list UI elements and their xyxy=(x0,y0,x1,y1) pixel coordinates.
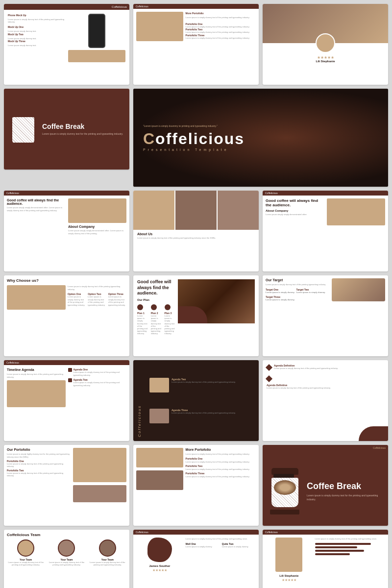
timeline-item-1: Agenda One Lorem ipsum is simply dummy t… xyxy=(68,368,127,376)
mock-item-2: Mock Up Two xyxy=(8,33,65,36)
brand-label: Coffelicious xyxy=(265,531,278,534)
bar-1 xyxy=(315,543,371,545)
slide-about-us: About Us Lorem ipsum is simply dummy tex… xyxy=(133,191,259,271)
slide-left: Phone Mock Up Lorem ipsum is simply dumm… xyxy=(8,14,65,64)
bar-3 xyxy=(315,550,364,552)
slide-left: Our Portofolio Lorem ipsum is simply hig… xyxy=(7,448,71,502)
coffee-break-inner: Coffee Break Lorem ipsum is simply dummy… xyxy=(4,89,129,170)
why-option-2: Option Two Lorem ipsum is simply dummy t… xyxy=(88,293,106,306)
team-desc-1: Lorem ipsum is simply dummy text of the … xyxy=(7,561,45,566)
about-image-3 xyxy=(218,191,259,230)
plan-circle-2 xyxy=(151,304,157,310)
slide-our-target: Our Target Lorem ipsum is simply dummy t… xyxy=(263,275,388,356)
wave-decor xyxy=(178,306,207,323)
coffee-break2-desc: Lorem ipsum is simply dummy text for the… xyxy=(307,494,383,501)
reviewer-avatar xyxy=(316,33,335,53)
dark-brand: Coffelicious xyxy=(133,360,146,441)
portfolio-small-image xyxy=(73,485,126,502)
team-avatar-2 xyxy=(58,539,75,557)
slide-left: Timeline Agenda Lorem ipsum is simply du… xyxy=(7,368,66,407)
slide-testimonial-james: Coffelicious James Souther ★★★★★ Lorem i… xyxy=(133,530,259,588)
brand-label: Coffelicious xyxy=(265,192,278,195)
target-title: Our Target xyxy=(266,278,329,282)
team-desc-2: Lorem ipsum is simply dummy text of the … xyxy=(48,561,85,566)
test-right2: Lorem ipsum is simply dummy text of the … xyxy=(315,538,385,582)
slide-left: Good coffee will always find the audienc… xyxy=(266,198,324,227)
plan-desc-2: Lorem ipsum is simply dummy text of the … xyxy=(151,315,162,335)
port-desc: Lorem ipsum is simply dummy text of the … xyxy=(186,16,256,19)
slide-right xyxy=(68,14,125,64)
slides-grid: Coffelicious Phone Mock Up Lorem ipsum i… xyxy=(0,0,392,588)
slide-timeline: Coffelicious Timeline Agenda Lorem ipsum… xyxy=(4,360,129,441)
test-image xyxy=(275,538,302,572)
coffee-break-brand: Coffelicious xyxy=(263,445,388,451)
coffee-break-desc: Lorem ipsum is simply dummy text for the… xyxy=(42,132,123,136)
moreport-item-3: Portofolio Three xyxy=(186,472,256,475)
coffee-cup xyxy=(9,110,38,149)
plan-item-3: Plan 3 Lorem ipsum is simply dummy text … xyxy=(165,304,176,335)
why-options: Option One Lorem ipsum is simply dummy t… xyxy=(68,293,126,306)
plan-items: Plan 1 Lorem ipsum is simply dummy text … xyxy=(137,304,175,335)
slide-phone-mockup: Coffelicious Phone Mock Up Lorem ipsum i… xyxy=(4,4,129,85)
about-image-2 xyxy=(175,191,217,230)
agenda-item-1: Agenda Definitive Lorem ipsum is simply … xyxy=(267,364,384,370)
gc2-title: Good coffee will always find the audienc… xyxy=(137,279,175,296)
test-stars-2: ★★★★★ xyxy=(282,578,296,582)
dark-img-2 xyxy=(149,409,169,423)
slide-content: More Portofolio Lorem ipsum is simply du… xyxy=(133,9,259,44)
slide-our-portfolio: Our Portofolio Lorem ipsum is simply hig… xyxy=(4,445,129,526)
about-us-bottom: About Us Lorem ipsum is simply dummy tex… xyxy=(133,230,259,242)
target-item-3: Target Three Lorem ipsum is simply dummy… xyxy=(266,295,295,301)
slide-more-portfolio-top: Coffelicious More Portofolio Lorem ipsum… xyxy=(133,4,259,85)
port-item-3-desc: Lorem ipsum is simply dummy text of the … xyxy=(186,37,256,40)
dark-item-row-1: Agenda Two Lorem ipsum is simply dummy t… xyxy=(149,378,255,392)
slide-header: Coffelicious xyxy=(133,530,259,535)
dark-item-1: Agenda Two Lorem ipsum is simply dummy t… xyxy=(149,378,255,394)
team-member-1: Your Team Lorem ipsum is simply dummy te… xyxy=(7,539,45,566)
test-item-1: Well One Lorem ipsum is simply dummy. xyxy=(186,542,220,548)
gc-desc: Lorem ipsum simply simply demonstrated o… xyxy=(266,213,324,216)
gc-tagline: Good coffee will always find the audienc… xyxy=(266,198,324,207)
timeline-title: Timeline Agenda xyxy=(7,368,66,371)
slide-content: Why Choose us? Lorem ipsum is simply dum… xyxy=(4,275,129,315)
main-subtitle: Presentation Template xyxy=(143,148,378,151)
portfolio-big-image xyxy=(73,448,126,482)
test-items: Well One Lorem ipsum is simply dummy. Qu… xyxy=(186,542,256,548)
ourport-item-2-desc: Lorem ipsum is simply dummy text of the … xyxy=(7,472,71,477)
test-left2: Lili Stephanie ★★★★★ xyxy=(266,538,313,582)
agenda-divider: Agenda Definitive Lorem ipsum is simply … xyxy=(267,376,384,390)
slide-header: Coffelicious xyxy=(133,4,259,9)
test-name: James Souther xyxy=(149,564,170,567)
port-item-2-desc: Lorem ipsum is simply dummy text of the … xyxy=(186,31,256,34)
slide-content: Good coffee will always find the audienc… xyxy=(263,196,388,230)
slide-content: Timeline Agenda Lorem ipsum is simply du… xyxy=(4,365,129,410)
slide-right xyxy=(73,448,126,502)
moreport-title: More Portofolio xyxy=(186,448,256,451)
slide-left xyxy=(136,448,183,490)
team-title: Coffelicious Team xyxy=(7,533,126,537)
dark-item-row-2: Agenda Three Lorem ipsum is simply dummy… xyxy=(149,409,255,423)
agenda-desc-1: Lorem ipsum is simply dummy text of the … xyxy=(74,371,127,376)
coffee-break-text: Coffee Break Lorem ipsum is simply dummy… xyxy=(42,122,123,136)
why-desc: Lorem ipsum is simply dummy text of the … xyxy=(68,285,126,291)
bar-4 xyxy=(315,553,350,555)
test-item-desc-2: Lorem ipsum is simply dummy. xyxy=(222,545,256,548)
mock-item-1: Mock Up One xyxy=(8,25,65,28)
agenda-diamond-1 xyxy=(266,364,272,371)
about-us-title: About Us xyxy=(137,232,255,236)
agenda-desc-1: Lorem ipsum is simply dummy text of the … xyxy=(274,367,338,370)
slide-content: Coffelicious Team Your Team Lorem ipsum … xyxy=(4,530,129,569)
plan-desc-1: Lorem ipsum is simply dummy text of the … xyxy=(137,315,148,335)
cup-base xyxy=(11,143,36,147)
main-quote: "Lorem ipsum is simply dusmmy te printin… xyxy=(143,124,378,127)
slide-right: More Portofolio Lorem ipsum is simply du… xyxy=(186,12,256,41)
plan-circle-1 xyxy=(137,304,143,310)
mock-image-rect xyxy=(68,50,125,62)
slide-right: More Portofolio Lorem ipsum is simply du… xyxy=(186,448,256,490)
bar-2 xyxy=(315,546,357,548)
why-image xyxy=(7,285,66,312)
team-desc-3: Lorem ipsum is simply dummy text of the … xyxy=(89,561,126,566)
ourport-title: Our Portofolio xyxy=(7,448,71,451)
portfolio-image xyxy=(136,12,183,41)
slide-left: Our Target Lorem ipsum is simply dummy t… xyxy=(266,278,329,301)
